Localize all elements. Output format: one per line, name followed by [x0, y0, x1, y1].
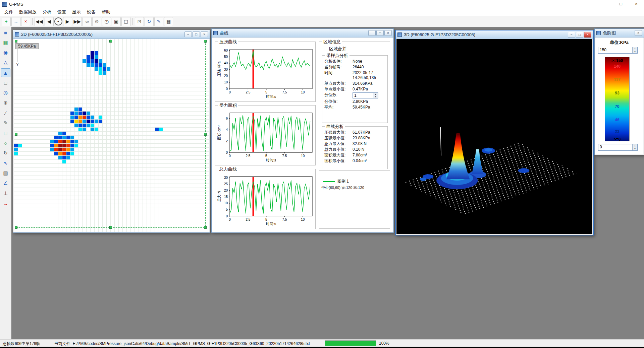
window-curves-close-button[interactable]: ×: [384, 30, 392, 36]
pressure-curve-group: 压强曲线 010203040506002.557.510时间:s压强:KPa: [215, 42, 316, 102]
tool-rect-select-button[interactable]: □: [1, 78, 10, 87]
pressure-cell: [95, 59, 98, 63]
menu-item[interactable]: 设备: [84, 8, 99, 16]
link-button[interactable]: ∞: [83, 17, 92, 26]
quantile-spinner[interactable]: 1▴▾: [353, 92, 378, 98]
pressure-cell: [83, 59, 86, 63]
export-file-button[interactable]: →: [11, 17, 20, 26]
tool-axis-button[interactable]: ⊥: [1, 189, 10, 198]
selection-handle[interactable]: [109, 226, 112, 229]
window-3d-close-button[interactable]: ×: [584, 32, 591, 38]
svg-text:0: 0: [226, 87, 228, 91]
signature-button[interactable]: ✎: [154, 17, 163, 26]
selection-handle[interactable]: [204, 40, 207, 43]
menu-item[interactable]: 文件: [1, 8, 16, 16]
status-bar: 总帧数606中第179帧 当前文件: E:/PMS/codes/SMPressu…: [0, 339, 644, 347]
svg-text:60: 60: [224, 49, 228, 52]
pressure-map-2d[interactable]: Y 59.45KPa: [14, 39, 209, 232]
selection-rect[interactable]: [16, 41, 206, 228]
unlink-button[interactable]: ⊘: [92, 17, 101, 26]
pressure-cell: [78, 120, 82, 123]
play-button[interactable]: ▶: [63, 17, 72, 26]
colorscale-max-input[interactable]: 150 ▴ ▾: [598, 47, 638, 54]
svg-text:压强:KPa: 压强:KPa: [217, 61, 221, 77]
surface-3d-plot[interactable]: [396, 39, 592, 234]
tool-angle-button[interactable]: ∠: [1, 179, 10, 188]
stop-video-button[interactable]: ▢: [121, 17, 130, 26]
application-window: G-PMS − □ × 文件数据回放分析设置显示设备帮助 +→×◀◀◀●▶▶▶∞…: [0, 0, 644, 348]
pressure-cell: [54, 148, 58, 151]
window-3d-titlebar[interactable]: 3D (F606025:G-F1P3D2205C00005) − □ ×: [396, 30, 593, 39]
close-file-button[interactable]: ×: [21, 17, 30, 26]
force-chart[interactable]: 05101520253002.557.510时间:s总力:N: [216, 175, 314, 227]
window-curves-titlebar[interactable]: 曲线 − □ ×: [212, 29, 393, 38]
tool-cone-fill-button[interactable]: ▲: [1, 68, 10, 77]
tool-pen-button[interactable]: ✎: [1, 119, 10, 127]
colorscale-body: 单位:KPa 150 ▴ ▾ >=15014011793704623>=0 0 …: [595, 38, 643, 154]
window-colorscale-titlebar[interactable]: 色阶图 ×: [595, 29, 644, 38]
window-3d-maximize-button[interactable]: □: [576, 32, 583, 38]
tool-chart-button[interactable]: ∿: [1, 159, 10, 167]
menu-item[interactable]: 显示: [69, 8, 84, 16]
selection-handle[interactable]: [109, 40, 112, 43]
window-2d-minimize-button[interactable]: −: [184, 31, 192, 37]
window-3d-minimize-button[interactable]: −: [568, 32, 575, 38]
tool-table-button[interactable]: ▤: [1, 169, 10, 178]
window-2d-maximize-button[interactable]: □: [193, 31, 200, 37]
spin-down-icon[interactable]: ▾: [632, 50, 637, 53]
window-colorscale: 色阶图 × 单位:KPa 150 ▴ ▾ >=15014011793704623…: [594, 28, 644, 155]
window-curves-maximize-button[interactable]: □: [376, 30, 384, 36]
minimize-button[interactable]: −: [598, 0, 613, 8]
tool-grid-button[interactable]: ▦: [1, 38, 10, 47]
skip-start-button[interactable]: ◀◀: [35, 17, 44, 26]
pressure-chart[interactable]: 010203040506002.557.510时间:s压强:KPa: [216, 47, 314, 99]
legend-entry: 图例 1: [323, 179, 349, 184]
menu-item[interactable]: 帮助: [99, 8, 113, 16]
tool-line-button[interactable]: ∕: [1, 109, 10, 117]
refresh-button[interactable]: ↻: [145, 17, 154, 26]
menu-item[interactable]: 分析: [40, 8, 54, 16]
pressure-cell: [99, 71, 102, 75]
svg-text:10: 10: [224, 80, 228, 84]
new-file-button[interactable]: +: [2, 17, 11, 26]
merge-checkbox[interactable]: [323, 47, 327, 51]
record-video-button[interactable]: ▣: [112, 17, 121, 26]
selection-handle[interactable]: [204, 133, 207, 136]
window-3d-icon: [397, 32, 402, 37]
spin-up-icon[interactable]: ▴: [632, 47, 637, 50]
menu-item[interactable]: 数据回放: [16, 8, 40, 16]
snapshot-button[interactable]: ⊡: [135, 17, 144, 26]
info-row: 单点最大值:314.66KPa: [322, 80, 387, 86]
tool-map-button[interactable]: ■: [1, 28, 10, 37]
colorscale-min-input[interactable]: 0 ▴ ▾: [598, 144, 638, 151]
window-colorscale-close-button[interactable]: ×: [635, 30, 642, 36]
tool-circle-select-button[interactable]: ◎: [1, 88, 10, 97]
calendar-button[interactable]: ▦: [164, 17, 173, 26]
spin-up-icon[interactable]: ▴: [632, 144, 637, 147]
tool-exit-button[interactable]: →: [1, 199, 10, 208]
timer-button[interactable]: ◷: [102, 17, 111, 26]
spin-down-icon[interactable]: ▾: [632, 147, 637, 150]
tool-ellipse-button[interactable]: ○: [1, 139, 10, 147]
window-2d-titlebar[interactable]: 2D (F606025:G-F1P3D2205C00005) − □ ×: [13, 30, 210, 39]
step-back-button[interactable]: ◀: [45, 17, 54, 26]
tool-pin-button[interactable]: ⊕: [1, 98, 10, 107]
progress-percent: 100%: [379, 341, 389, 346]
selection-handle[interactable]: [15, 226, 17, 229]
tool-target-button[interactable]: ◉: [1, 48, 10, 57]
menu-item[interactable]: 设置: [54, 8, 69, 16]
tool-rotate-button[interactable]: ↻: [1, 149, 10, 157]
window-2d-close-button[interactable]: ×: [201, 31, 208, 37]
stop-button[interactable]: ●: [54, 17, 62, 25]
pressure-cell: [70, 112, 74, 115]
tool-round-rect-button[interactable]: □: [1, 129, 10, 137]
maximize-button[interactable]: □: [613, 0, 629, 8]
tool-cone-button[interactable]: △: [1, 58, 10, 67]
selection-handle[interactable]: [204, 226, 207, 229]
fast-forward-button[interactable]: ▶▶: [73, 17, 82, 26]
selection-handle[interactable]: [15, 133, 17, 136]
close-button[interactable]: ×: [629, 0, 644, 8]
window-curves-minimize-button[interactable]: −: [368, 30, 376, 36]
area-chart[interactable]: 024602.557.510时间:s面积:cm²: [216, 111, 314, 163]
pressure-cell: [78, 112, 82, 115]
